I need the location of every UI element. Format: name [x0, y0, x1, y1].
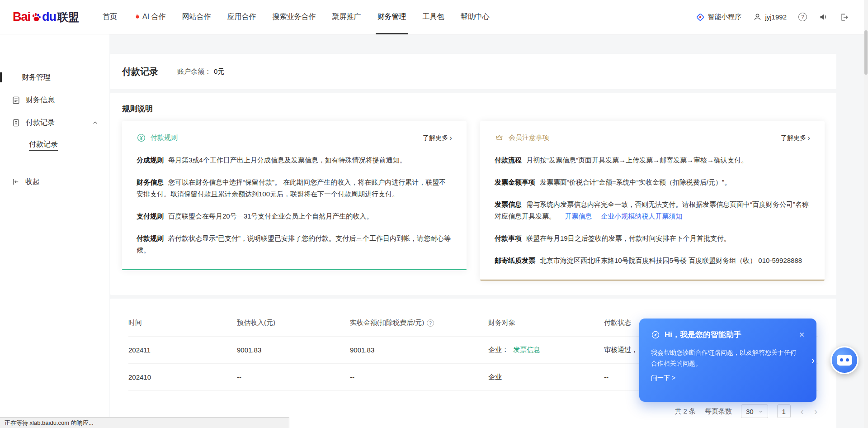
baidu-union-logo[interactable]: Bai du 联盟	[13, 10, 79, 24]
chevron-up-icon	[92, 119, 99, 126]
sidebar-subitem-payment-records[interactable]: 付款记录	[0, 134, 109, 157]
assistant-title: Hi，我是您的智能助手	[665, 329, 741, 340]
cell-time: 202411	[128, 346, 237, 354]
logo-text-du: du	[42, 10, 56, 24]
per-page-select[interactable]: 30	[741, 404, 768, 418]
small-taxpayer-notice-link[interactable]: 企业小规模纳税人开票须知	[601, 212, 682, 220]
rule-item: 发票金额事项发票票面“价税合计”金额=系统中“实收金额（扣除税费后/元）”。	[495, 176, 810, 188]
logout-icon[interactable]	[840, 13, 849, 22]
rules-title: 规则说明	[122, 104, 825, 114]
logo-text-bai: Bai	[13, 10, 30, 24]
cell-estimated: 9001.83	[237, 346, 350, 354]
rule-item: 付款事项联盟在每月19日之后签收的发票，付款时间安排在下个月首批支付。	[495, 233, 810, 244]
collapse-chevron-icon[interactable]: ›	[811, 355, 815, 366]
close-icon[interactable]: ✕	[799, 331, 805, 339]
logo-text-union: 联盟	[57, 10, 79, 24]
col-header-actual-amount: 实收金额(扣除税费后/元) ?	[350, 319, 488, 327]
compass-icon	[651, 330, 660, 339]
cell-finance-target: 企业： 发票信息	[488, 346, 604, 354]
announcement-speaker-icon[interactable]	[819, 12, 828, 22]
payment-records-icon	[12, 119, 20, 127]
member-notes-icon	[495, 133, 504, 143]
payment-rules-more-link[interactable]: 了解更多›	[423, 134, 452, 142]
member-notes-title: 会员注意事项	[509, 133, 549, 142]
finance-info-icon	[12, 96, 20, 105]
miniprogram-logo-icon	[696, 13, 704, 21]
sidebar: 财务管理 财务信息 付款记录 付款记录 收起	[0, 34, 109, 428]
cell-estimated: --	[237, 373, 350, 381]
sidebar-divider	[0, 164, 109, 164]
balance-value: 0元	[214, 67, 224, 75]
payment-rules-card: 付款规则 了解更多› 分成规则每月第3或4个工作日产出上月分成信息及发票信息，如…	[122, 121, 467, 270]
nav-item-home[interactable]: 首页	[94, 0, 125, 34]
question-circle-icon[interactable]: ?	[427, 319, 434, 327]
nav-item-search-business[interactable]: 搜索业务合作	[264, 0, 324, 34]
member-notes-more-link[interactable]: 了解更多›	[781, 134, 810, 142]
current-page-button[interactable]: 1	[777, 404, 791, 418]
account-balance: 账户余额：0元	[177, 67, 224, 76]
col-header-estimated-income: 预估收入(元)	[237, 319, 350, 327]
payment-rules-title: 付款规则	[151, 133, 178, 142]
miniprogram-entry[interactable]: 智能小程序	[696, 13, 741, 21]
nav-item-finance-management[interactable]: 财务管理	[369, 0, 415, 34]
prev-page-icon[interactable]: ‹	[800, 407, 805, 416]
rule-item: 财务信息您可以在财务信息中选择“保留付款”。 在此期间您产生的收入，将在账户内进…	[137, 176, 452, 200]
payment-rules-icon	[137, 133, 146, 143]
fire-icon	[133, 13, 140, 21]
assistant-popup: Hi，我是您的智能助手 ✕ 我会帮助您诊断合作链路问题，以及解答您关于任何合作相…	[639, 319, 816, 402]
page-header: 付款记录 账户余额：0元	[110, 54, 836, 89]
browser-status-bar: 正在等待 xlab.baidu.com 的响应...	[0, 417, 289, 428]
total-count: 共 2 条	[675, 407, 696, 416]
main-menu: 首页 AI 合作 网站合作 应用合作 搜索业务合作 聚屏推广 财务管理 工具包 …	[94, 0, 498, 34]
rule-item: 分成规则每月第3或4个工作日产出上月分成信息及发票信息，如有特殊情况将提前通知。	[137, 154, 452, 166]
assistant-message: 我会帮助您诊断合作链路问题，以及解答您关于任何合作相关的问题。	[651, 347, 800, 369]
nav-item-app-cooperation[interactable]: 应用合作	[219, 0, 264, 34]
help-icon[interactable]: ?	[798, 13, 807, 21]
scrollbar-track[interactable]	[864, 0, 868, 428]
col-header-finance-target: 财务对象	[488, 319, 604, 327]
chevron-down-icon	[758, 409, 763, 414]
sidebar-item-finance-info[interactable]: 财务信息	[0, 89, 109, 111]
rule-item: 邮寄纸质发票北京市海淀区西北旺东路10号院百度科技园5号楼 百度联盟财务组（收）…	[495, 255, 810, 266]
assistant-robot-avatar[interactable]	[830, 346, 859, 374]
nav-item-toolkit[interactable]: 工具包	[415, 0, 453, 34]
sidebar-item-payment-records[interactable]: 付款记录	[0, 111, 109, 134]
rules-section: 规则说明 付款规则 了解更多› 分成规则每月第3或4个工作日产出上月分成信息及发…	[110, 93, 836, 295]
rule-item: 发票信息需与系统内发票信息内容完全一致，否则无法支付。请根据发票信息页面中“百度…	[495, 199, 810, 222]
status-text: 正在等待 xlab.baidu.com 的响应...	[5, 419, 94, 427]
chevron-right-icon: ›	[807, 134, 810, 142]
chevron-right-icon: ›	[449, 134, 452, 142]
cell-actual: --	[350, 373, 488, 381]
sidebar-section-finance-management[interactable]: 财务管理	[0, 66, 109, 89]
page-title: 付款记录	[122, 66, 158, 78]
robot-face-icon	[837, 355, 852, 366]
top-navigation: Bai du 联盟 首页 AI 合作 网站合作 应用合作 搜索业务合作 聚屏推广…	[0, 0, 868, 34]
balance-label: 账户余额：	[177, 67, 211, 75]
next-page-icon[interactable]: ›	[813, 407, 818, 416]
nav-item-screen-promotion[interactable]: 聚屏推广	[324, 0, 369, 34]
rule-item: 付款规则若付款状态显示“已支付”，说明联盟已安排了您的付款。支付后三个工作日内到…	[137, 233, 452, 256]
user-account[interactable]: jyj1992	[753, 13, 787, 21]
sidebar-collapse-button[interactable]: 收起	[0, 171, 109, 192]
cell-actual: 9001.83	[350, 346, 488, 354]
nav-right-cluster: 智能小程序 jyj1992 ?	[696, 12, 849, 22]
member-notes-card: 会员注意事项 了解更多› 付款流程月初按“发票信息”页面开具发票→上传发票→邮寄…	[480, 121, 825, 281]
per-page-label: 每页条数	[705, 407, 732, 416]
nav-item-help-center[interactable]: 帮助中心	[453, 0, 498, 34]
cell-time: 202410	[128, 373, 237, 381]
col-header-time: 时间	[128, 319, 237, 327]
scrollbar-thumb[interactable]	[864, 30, 868, 75]
user-icon	[753, 13, 762, 21]
rule-item: 支付规则百度联盟会在每月20号—31号支付企业会员上个自然月产生的收入。	[137, 210, 452, 222]
username: jyj1992	[765, 13, 787, 21]
nav-item-website-cooperation[interactable]: 网站合作	[174, 0, 219, 34]
ask-now-link[interactable]: 问一下 >	[651, 374, 805, 382]
collapse-icon	[12, 178, 20, 186]
invoice-info-link[interactable]: 开票信息	[565, 212, 592, 220]
cell-finance-target: 企业	[488, 373, 604, 381]
rule-item: 付款流程月初按“发票信息”页面开具发票→上传发票→邮寄发票→审核→确认支付。	[495, 154, 810, 166]
baidu-paw-icon	[31, 12, 42, 23]
invoice-info-table-link[interactable]: 发票信息	[513, 346, 540, 354]
nav-item-ai-cooperation[interactable]: AI 合作	[125, 0, 174, 34]
